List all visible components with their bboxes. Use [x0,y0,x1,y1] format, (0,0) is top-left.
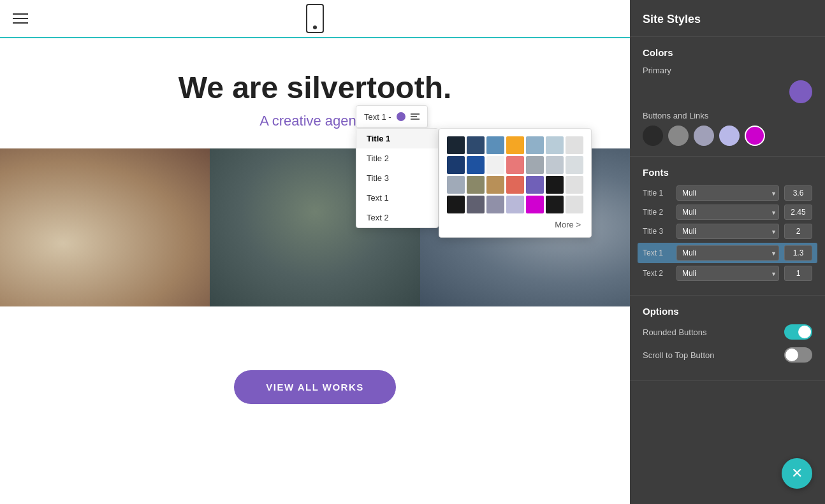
text-selector-pill[interactable]: Text 1 - [356,105,428,128]
swatches-row [643,126,812,146]
palette-color-cell[interactable] [566,156,583,174]
color-palette: More > [439,128,592,238]
font-label-title3: Title 3 [643,227,671,236]
options-row-rounded-buttons: Rounded Buttons [643,324,812,340]
options-row-scroll-to-top: Scroll to Top Button [643,347,812,363]
font-select-wrapper-text1: Muli ▾ [676,245,779,261]
palette-color-cell[interactable] [566,196,583,213]
font-row-title1: Title 1 Muli ▾ [643,185,812,201]
main-content: We are silvertooth. A creative agency VI… [0,0,630,504]
mobile-preview-icon[interactable] [306,4,324,33]
options-section: Options Rounded Buttons Scroll to Top Bu… [630,296,825,381]
dropdown-item-title2[interactable]: Title 2 [356,148,438,168]
dropdown-item-text1[interactable]: Text 1 [356,188,438,208]
page-main-title: We are silvertooth. [179,70,452,105]
fonts-section: Fonts Title 1 Muli ▾ Title 2 Muli ▾ Titl… [630,157,825,296]
palette-color-cell[interactable] [486,156,504,174]
top-bar [0,0,630,38]
palette-color-cell[interactable] [486,176,504,194]
palette-color-cell[interactable] [546,156,564,174]
swatch-magenta[interactable] [745,126,765,146]
font-select-title3[interactable]: Muli [676,224,779,239]
font-size-title3[interactable] [784,224,812,239]
palette-color-cell[interactable] [526,136,544,154]
palette-color-cell[interactable] [506,176,524,194]
palette-color-cell[interactable] [506,196,524,213]
font-label-text2: Text 2 [643,269,671,278]
font-size-text1[interactable] [784,245,812,261]
panel-title: Site Styles [630,0,825,37]
font-size-title2[interactable] [784,205,812,220]
palette-color-cell[interactable] [566,176,583,194]
primary-label: Primary [643,66,812,75]
palette-color-cell[interactable] [566,136,583,154]
palette-color-cell[interactable] [506,156,524,174]
palette-color-cell[interactable] [467,156,485,174]
font-rows: Title 1 Muli ▾ Title 2 Muli ▾ Title 3 Mu… [643,185,812,281]
palette-color-cell[interactable] [467,196,485,213]
swatch-dark[interactable] [643,126,663,146]
swatch-gray[interactable] [668,126,689,146]
palette-color-cell[interactable] [526,176,544,194]
palette-color-cell[interactable] [447,156,465,174]
palette-color-cell[interactable] [467,176,485,194]
palette-color-cell[interactable] [546,196,564,213]
fonts-section-title: Fonts [643,167,812,178]
palette-color-cell[interactable] [447,196,465,213]
align-icon [411,113,420,120]
font-select-title1[interactable]: Muli [676,185,779,201]
palette-color-cell[interactable] [546,176,564,194]
font-row-text2: Text 2 Muli ▾ [643,266,812,281]
view-all-button[interactable]: VIEW ALL WORKS [234,370,396,404]
palette-color-cell[interactable] [447,136,465,154]
swatch-light-purple[interactable] [719,126,740,146]
more-colors-link[interactable]: More > [447,220,583,229]
font-row-text1: Text 1 Muli ▾ [638,243,817,263]
palette-color-cell[interactable] [467,136,485,154]
font-label-title1: Title 1 [643,189,671,198]
font-label-title2: Title 2 [643,208,671,217]
buttons-links-label: Buttons and Links [643,111,812,120]
options-label-scroll-to-top: Scroll to Top Button [643,350,715,360]
font-row-title3: Title 3 Muli ▾ [643,224,812,239]
font-size-text2[interactable] [784,266,812,281]
font-select-text1[interactable]: Muli [676,245,779,261]
palette-color-cell[interactable] [546,136,564,154]
font-row-title2: Title 2 Muli ▾ [643,205,812,220]
image-desk [0,148,210,306]
options-rows: Rounded Buttons Scroll to Top Button [643,324,812,363]
options-label-rounded-buttons: Rounded Buttons [643,328,706,337]
toggle-knob-scroll-to-top [785,349,798,361]
text-selector-label: Text 1 - [364,112,391,122]
colors-section-title: Colors [643,47,812,58]
dropdown-item-title3[interactable]: Title 3 [356,168,438,188]
font-label-text1: Text 1 [643,248,671,257]
primary-color-swatch[interactable] [789,80,812,103]
toggle-knob-rounded-buttons [798,326,811,338]
close-fab-button[interactable]: ✕ [782,458,812,489]
text-color-dot [397,112,405,121]
font-select-wrapper-text2: Muli ▾ [676,266,779,281]
palette-color-cell[interactable] [486,136,504,154]
dropdown-item-text2[interactable]: Text 2 [356,208,438,227]
palette-color-cell[interactable] [506,136,524,154]
palette-color-cell[interactable] [486,196,504,213]
palette-color-cell[interactable] [447,176,465,194]
dropdown-item-title1[interactable]: Title 1 [356,129,438,148]
font-select-wrapper-title3: Muli ▾ [676,224,779,239]
hamburger-menu[interactable] [13,13,28,24]
font-size-title1[interactable] [784,185,812,201]
font-select-title2[interactable]: Muli [676,205,779,220]
font-select-wrapper-title2: Muli ▾ [676,205,779,220]
options-section-title: Options [643,306,812,317]
toggle-scroll-to-top[interactable] [784,347,812,363]
palette-color-cell[interactable] [526,196,544,213]
colors-section: Colors Primary Buttons and Links [630,37,825,157]
palette-color-cell[interactable] [526,156,544,174]
toggle-rounded-buttons[interactable] [784,324,812,340]
swatch-muted[interactable] [694,126,714,146]
font-select-text2[interactable]: Muli [676,266,779,281]
text-type-dropdown: Title 1 Title 2 Title 3 Text 1 Text 2 [356,128,439,228]
font-select-wrapper-title1: Muli ▾ [676,185,779,201]
palette-grid [447,136,583,213]
